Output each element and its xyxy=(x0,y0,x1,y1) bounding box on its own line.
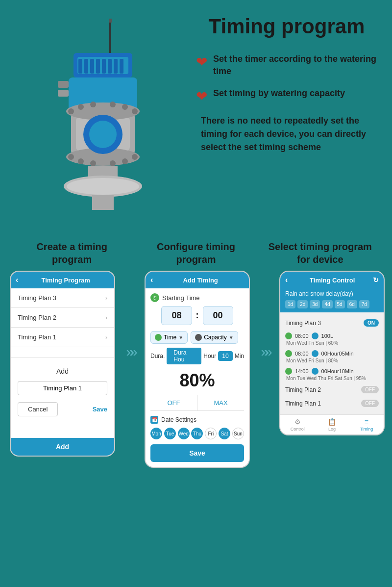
p3-day-3d[interactable]: 3d xyxy=(310,300,320,308)
p2-capacity-icon xyxy=(195,334,202,341)
arrow1-icon: »» xyxy=(126,344,133,360)
p3-plan1-toggle[interactable]: OFF xyxy=(361,400,379,407)
p2-colon: : xyxy=(196,310,199,321)
p2-day-wed[interactable]: Wed xyxy=(178,428,190,439)
p2-min-num[interactable]: 10 xyxy=(218,351,232,361)
p1-save-button[interactable]: Save xyxy=(93,402,107,416)
svg-rect-7 xyxy=(96,59,100,74)
p2-day-tue[interactable]: Tue xyxy=(164,428,176,439)
p2-days-row[interactable]: Mon Tue Wed Thu Fri Sat Sun xyxy=(150,428,244,439)
p3-foot-log[interactable]: 📋 Log xyxy=(315,418,349,432)
feature-text-2: Set timing by watering capacity xyxy=(213,87,345,100)
p2-day-mon[interactable]: Mon xyxy=(150,428,162,439)
phone3-back-arrow[interactable]: ‹ xyxy=(285,276,288,284)
p3-entry2-time-icon xyxy=(285,350,292,357)
p3-days-row[interactable]: 1d 2d 3d 4d 5d 6d 7d xyxy=(285,300,379,308)
svg-point-23 xyxy=(90,102,96,107)
p2-day-sat[interactable]: Sat xyxy=(219,428,230,439)
svg-rect-8 xyxy=(102,59,106,74)
p1-name-input[interactable] xyxy=(18,381,107,395)
p2-date-icon: 📅 xyxy=(150,416,158,424)
p3-entry1-row1: 08:00 100L xyxy=(285,332,379,339)
phone1-header: ‹ Timing Program xyxy=(11,272,114,288)
p2-day-fri[interactable]: Fri xyxy=(205,428,217,439)
p3-sub-header: Rain and snow delay(day) 1d 2d 3d 4d 5d … xyxy=(280,288,384,312)
p3-day-7d[interactable]: 7d xyxy=(359,300,369,308)
p3-control-icon: ⚙ xyxy=(280,418,315,426)
svg-point-21 xyxy=(78,104,84,110)
p3-day-5d[interactable]: 5d xyxy=(335,300,345,308)
p1-cancel-button[interactable]: Cancel xyxy=(18,402,58,416)
p3-plan2-toggle[interactable]: OFF xyxy=(361,386,379,393)
p3-foot-control[interactable]: ⚙ Control xyxy=(280,418,315,432)
p1-list-item-2[interactable]: Timing Plan 2 › xyxy=(11,308,114,328)
p3-entry3-dur-icon xyxy=(312,368,318,375)
right-content: Timing program ❤ Set the timer according… xyxy=(186,15,377,154)
p1-footer-add[interactable]: Add xyxy=(11,438,114,456)
svg-point-24 xyxy=(110,102,116,107)
p1-item1-chevron: › xyxy=(105,334,107,341)
p3-plan2-name: Timing Plan 2 xyxy=(285,386,321,393)
phone1-back-arrow[interactable]: ‹ xyxy=(16,276,18,284)
p2-dura-row: Dura. Dura Hou Hour 10 Min xyxy=(150,348,244,364)
svg-rect-5 xyxy=(84,59,88,74)
steps-labels: Create a timing program Configure timing… xyxy=(10,240,382,266)
p1-item1-label: Timing Plan 1 xyxy=(18,333,56,341)
p3-entry1-time-icon xyxy=(285,332,292,339)
phone3-header-title: Timing Control xyxy=(292,277,373,284)
p2-capacity-btn[interactable]: Capacity ▼ xyxy=(191,331,238,344)
p2-date-title: 📅 Date Settings xyxy=(150,416,244,424)
p1-list-item-1[interactable]: Timing Plan 1 › xyxy=(11,328,114,347)
p3-entry2-days: Mon Wed Fri Sun | 80% xyxy=(285,358,379,363)
p3-entry2-row1: 08:00 00Hour05Min xyxy=(285,350,379,357)
p3-timing-icon: ≡ xyxy=(349,418,384,426)
svg-point-27 xyxy=(78,158,84,164)
p2-save-button[interactable]: Save xyxy=(150,444,244,462)
svg-point-35 xyxy=(67,178,139,195)
p2-minute-box[interactable]: 00 xyxy=(203,306,233,325)
p1-item3-label: Timing Plan 3 xyxy=(18,294,56,302)
p2-max-btn[interactable]: MAX xyxy=(197,395,244,410)
p2-date-section: 📅 Date Settings Mon Tue Wed Thu Fri Sat … xyxy=(150,416,244,439)
svg-point-28 xyxy=(122,158,128,164)
p3-day-2d[interactable]: 2d xyxy=(297,300,308,308)
p3-entry3-time-icon xyxy=(285,368,292,375)
p3-plan3-row: Timing Plan 3 ON xyxy=(285,316,379,330)
svg-rect-36 xyxy=(92,195,114,210)
p1-buttons: Cancel Save xyxy=(18,402,107,416)
phone2-header: ‹ Add Timing xyxy=(146,272,249,288)
phone2-body: ⏱ Starting Time 08 : 00 Time ▼ xyxy=(146,288,249,467)
p2-day-thu[interactable]: Thu xyxy=(191,428,203,439)
bottom-section: Create a timing program Configure timing… xyxy=(0,230,392,483)
p2-hour-box[interactable]: 08 xyxy=(161,306,192,325)
p1-list-item-3[interactable]: Timing Plan 3 › xyxy=(11,288,114,308)
p3-day-4d[interactable]: 4d xyxy=(322,300,332,308)
phone1-header-title: Timing Program xyxy=(22,277,109,284)
phone2-mockup: ‹ Add Timing ⏱ Starting Time 08 : 00 xyxy=(145,271,250,468)
p2-off-btn[interactable]: OFF xyxy=(150,395,197,410)
step3-label: Select timing program for device xyxy=(266,240,374,266)
svg-rect-1 xyxy=(109,19,112,23)
p3-entry3: 14:00 00Hour10Min Mon Tue Wed Thu Fri Sa… xyxy=(285,365,379,383)
phone3-header: ‹ Timing Control ↻ xyxy=(280,272,384,288)
svg-rect-13 xyxy=(58,81,69,88)
p2-off-max-row: OFF MAX xyxy=(150,395,244,411)
p3-day-1d[interactable]: 1d xyxy=(285,300,295,308)
p3-day-6d[interactable]: 6d xyxy=(347,300,357,308)
p3-entry2-dur-icon xyxy=(312,350,318,357)
p2-dura-box[interactable]: Dura Hou xyxy=(167,348,201,364)
p2-capacity-chevron: ▼ xyxy=(229,335,234,340)
step2-label: Configure timing program xyxy=(142,240,250,266)
phone2-back-arrow[interactable]: ‹ xyxy=(150,276,153,284)
p2-day-sun[interactable]: Sun xyxy=(232,428,244,439)
p2-controls-row: Time ▼ Capacity ▼ xyxy=(150,331,244,344)
p2-time-btn[interactable]: Time ▼ xyxy=(150,331,188,344)
product-image xyxy=(24,15,176,221)
phone3-refresh-icon[interactable]: ↻ xyxy=(373,276,379,284)
feature-item-2: ❤ Set timing by watering capacity xyxy=(196,87,377,104)
p3-foot-timing[interactable]: ≡ Timing xyxy=(349,418,384,432)
p3-plan3-toggle[interactable]: ON xyxy=(364,319,379,327)
p3-footer: ⚙ Control 📋 Log ≡ Timing xyxy=(280,414,384,434)
p3-log-icon: 📋 xyxy=(315,418,349,426)
arrow2-container: »» xyxy=(250,344,279,360)
